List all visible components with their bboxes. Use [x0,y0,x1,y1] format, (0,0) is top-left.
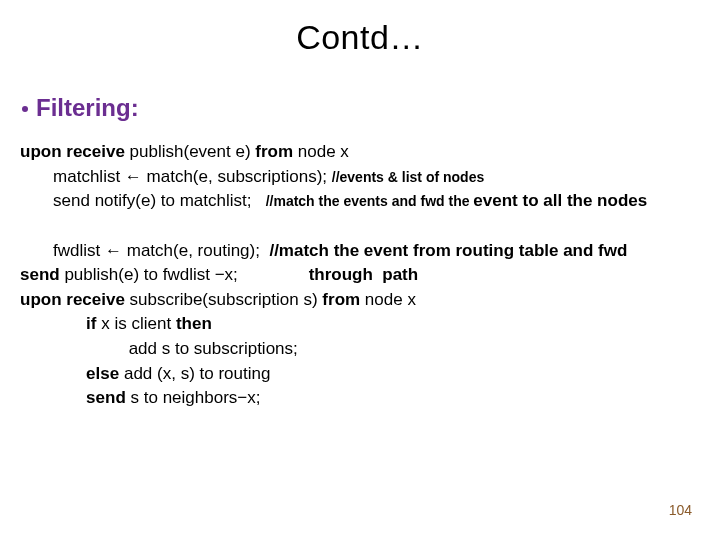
code-line: send publish(e) to fwdlist −x; through p… [20,263,708,288]
code-line: send s to neighbors−x; [20,386,708,411]
bullet-icon [22,106,28,112]
code-line: upon receive publish(event e) from node … [20,140,708,165]
pseudocode-body: upon receive publish(event e) from node … [20,140,708,411]
page-number: 104 [669,502,692,518]
code-line: fwdlist ← match(e, routing); //match the… [20,239,708,264]
code-line [20,214,708,239]
code-line: upon receive subscribe(subscription s) f… [20,288,708,313]
section-heading: Filtering: [36,94,139,122]
code-line: if x is client then [20,312,708,337]
code-line: else add (x, s) to routing [20,362,708,387]
bullet-row: Filtering: [22,94,139,122]
code-line: send notify(e) to matchlist; //match the… [20,189,708,214]
code-line: matchlist ← match(e, subscriptions); //e… [20,165,708,190]
slide-title: Contd… [0,18,720,57]
code-line: add s to subscriptions; [20,337,708,362]
